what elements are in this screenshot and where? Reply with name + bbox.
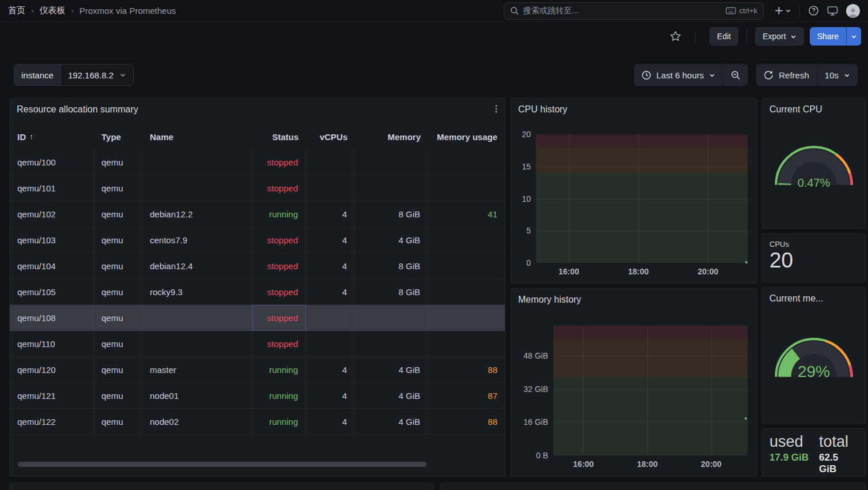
export-button[interactable]: Export xyxy=(755,27,803,46)
cell-name[interactable] xyxy=(142,149,252,175)
table-row[interactable]: qemu/121qemunode01running44 GiB87 xyxy=(10,383,505,409)
add-button[interactable] xyxy=(774,6,791,16)
cell-name[interactable]: debian12.4 xyxy=(142,253,252,279)
panel-menu-icon[interactable] xyxy=(492,104,500,114)
cell-memory[interactable]: 8 GiB xyxy=(355,201,428,227)
cell-memory[interactable] xyxy=(355,331,428,357)
zoom-out-button[interactable] xyxy=(723,64,748,86)
cell-vcpus[interactable]: 4 xyxy=(306,253,355,279)
table-row[interactable]: qemu/101qemustopped xyxy=(10,175,505,201)
memory-history-chart[interactable]: 0 B16 GiB32 GiB48 GiB16:0018:0020:00 xyxy=(553,326,748,455)
horizontal-scrollbar[interactable] xyxy=(18,462,427,467)
breadcrumb-dashboards[interactable]: 仪表板 xyxy=(39,5,65,16)
cell-memory[interactable] xyxy=(355,305,428,331)
cell-memory[interactable]: 4 GiB xyxy=(355,357,428,383)
cell-memory-usage[interactable] xyxy=(428,175,505,201)
cell-name[interactable]: master xyxy=(142,357,252,383)
cell-status[interactable]: stopped xyxy=(252,149,306,175)
cell-memory[interactable]: 8 GiB xyxy=(355,253,428,279)
cell-type[interactable]: qemu xyxy=(94,409,142,435)
cell-vcpus[interactable]: 4 xyxy=(306,201,355,227)
cell-status[interactable]: running xyxy=(252,357,306,383)
cell-type[interactable]: qemu xyxy=(94,175,142,201)
table-row[interactable]: qemu/120qemumasterrunning44 GiB88 xyxy=(10,357,505,383)
cell-vcpus[interactable] xyxy=(306,175,355,201)
table-row[interactable]: qemu/102qemudebian12.2running48 GiB41 xyxy=(10,201,505,227)
cell-type[interactable]: qemu xyxy=(94,201,142,227)
column-header-status[interactable]: Status xyxy=(252,124,306,149)
table-row[interactable]: qemu/108qemustopped xyxy=(10,305,505,331)
cell-type[interactable]: qemu xyxy=(94,253,142,279)
cell-vcpus[interactable]: 4 xyxy=(306,357,355,383)
variable-value-dropdown[interactable]: 192.168.8.2 xyxy=(61,65,133,85)
column-header-type[interactable]: Type xyxy=(94,124,142,149)
cell-type[interactable]: qemu xyxy=(94,331,142,357)
cell-vcpus[interactable]: 4 xyxy=(306,279,355,305)
cell-id[interactable]: qemu/122 xyxy=(10,409,94,435)
user-avatar[interactable] xyxy=(846,4,860,18)
cell-memory[interactable]: 8 GiB xyxy=(355,279,428,305)
cell-id[interactable]: qemu/121 xyxy=(10,383,94,409)
cell-id[interactable]: qemu/103 xyxy=(10,227,94,253)
cell-type[interactable]: qemu xyxy=(94,227,142,253)
cell-status[interactable]: running xyxy=(252,201,306,227)
cell-type[interactable]: qemu xyxy=(94,149,142,175)
cell-status[interactable]: running xyxy=(252,409,306,435)
cell-vcpus[interactable] xyxy=(306,149,355,175)
cell-type[interactable]: qemu xyxy=(94,383,142,409)
cell-type[interactable]: qemu xyxy=(94,279,142,305)
cell-memory[interactable]: 4 GiB xyxy=(355,409,428,435)
cell-memory-usage[interactable] xyxy=(428,305,505,331)
cell-name[interactable] xyxy=(142,331,252,357)
table-row[interactable]: qemu/110qemustopped xyxy=(10,331,505,357)
cell-status[interactable]: stopped xyxy=(252,331,306,357)
cell-id[interactable]: qemu/104 xyxy=(10,253,94,279)
cell-id[interactable]: qemu/110 xyxy=(10,331,94,357)
table-row[interactable]: qemu/103qemucentos7.9stopped44 GiB xyxy=(10,227,505,253)
column-header-id[interactable]: ID↑ xyxy=(10,124,94,149)
help-button[interactable] xyxy=(808,5,819,16)
refresh-interval-dropdown[interactable]: 10s xyxy=(817,64,858,86)
share-menu-button[interactable] xyxy=(846,27,861,46)
refresh-button[interactable]: Refresh xyxy=(756,64,817,86)
cell-vcpus[interactable]: 4 xyxy=(306,383,355,409)
cell-memory-usage[interactable]: 41 xyxy=(428,201,505,227)
cell-vcpus[interactable]: 4 xyxy=(306,227,355,253)
cell-vcpus[interactable]: 4 xyxy=(306,409,355,435)
cell-memory-usage[interactable] xyxy=(428,227,505,253)
cell-memory[interactable]: 4 GiB xyxy=(355,383,428,409)
cell-memory-usage[interactable]: 88 xyxy=(428,357,505,383)
cpu-history-chart[interactable]: 0510152016:0018:0020:00 xyxy=(536,134,748,263)
cell-name[interactable]: rocky9.3 xyxy=(142,279,252,305)
cell-name[interactable]: node01 xyxy=(142,383,252,409)
cell-memory-usage[interactable] xyxy=(428,149,505,175)
cell-status[interactable]: running xyxy=(252,383,306,409)
cell-type[interactable]: qemu xyxy=(94,305,142,331)
cell-memory-usage[interactable] xyxy=(428,279,505,305)
cell-vcpus[interactable] xyxy=(306,331,355,357)
cell-memory-usage[interactable]: 88 xyxy=(428,409,505,435)
cell-id[interactable]: qemu/101 xyxy=(10,175,94,201)
cell-memory-usage[interactable]: 87 xyxy=(428,383,505,409)
cell-vcpus[interactable] xyxy=(306,305,355,331)
cell-name[interactable]: centos7.9 xyxy=(142,227,252,253)
edit-button[interactable]: Edit xyxy=(710,27,738,46)
cell-name[interactable] xyxy=(142,305,252,331)
cell-memory-usage[interactable] xyxy=(428,253,505,279)
cell-name[interactable]: node02 xyxy=(142,409,252,435)
news-button[interactable] xyxy=(827,6,838,16)
breadcrumb-home[interactable]: 首页 xyxy=(8,5,25,16)
column-header-vcpus[interactable]: vCPUs xyxy=(306,124,355,149)
cell-id[interactable]: qemu/100 xyxy=(10,149,94,175)
table-row[interactable]: qemu/100qemustopped xyxy=(10,149,505,175)
cell-status[interactable]: stopped xyxy=(252,305,306,331)
cell-id[interactable]: qemu/105 xyxy=(10,279,94,305)
cell-id[interactable]: qemu/108 xyxy=(10,305,94,331)
column-header-name[interactable]: Name xyxy=(142,124,252,149)
column-header-memory-usage[interactable]: Memory usage xyxy=(428,124,505,149)
cell-status[interactable]: stopped xyxy=(252,175,306,201)
cell-status[interactable]: stopped xyxy=(252,227,306,253)
cell-type[interactable]: qemu xyxy=(94,357,142,383)
cell-status[interactable]: stopped xyxy=(252,253,306,279)
share-button[interactable]: Share xyxy=(810,27,846,46)
